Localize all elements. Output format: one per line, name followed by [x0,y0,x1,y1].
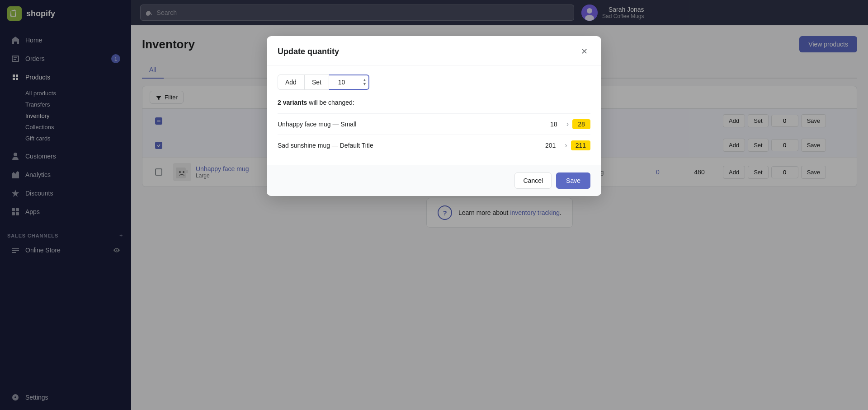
variant-old-qty: 18 [539,121,557,128]
variant-name: Unhappy face mug — Small [278,121,539,128]
variants-info: 2 variants will be changed: [278,99,590,106]
variant-old-qty: 201 [538,142,556,149]
save-button[interactable]: Save [556,172,590,189]
modal-close-button[interactable]: ✕ [578,45,590,58]
arrow-right-icon: › [565,141,567,149]
cancel-button[interactable]: Cancel [514,172,552,189]
qty-controls: Add Set ▲ ▼ [278,75,590,90]
will-be-changed-text: will be changed: [307,99,354,106]
variant-row-1: Unhappy face mug — Small 18 › 28 [278,113,590,135]
qty-input-wrap: ▲ ▼ [329,75,369,90]
modal-title: Update quantity [278,47,339,56]
variant-row-2: Sad sunshine mug — Default Title 201 › 2… [278,135,590,156]
qty-spinners: ▲ ▼ [361,77,368,87]
qty-set-tab[interactable]: Set [304,75,329,90]
arrow-right-icon: › [566,120,569,128]
qty-down-icon[interactable]: ▼ [363,82,367,86]
qty-add-tab[interactable]: Add [278,75,304,90]
modal-overlay[interactable]: Update quantity ✕ Add Set ▲ ▼ 2 variants… [0,0,868,410]
variants-bold: 2 variants [278,99,307,106]
qty-number-input[interactable] [329,75,361,89]
variant-new-qty: 28 [572,119,590,129]
variant-name: Sad sunshine mug — Default Title [278,142,538,149]
variant-new-qty: 211 [571,140,590,150]
update-quantity-modal: Update quantity ✕ Add Set ▲ ▼ 2 variants… [267,36,601,196]
modal-footer: Cancel Save [267,165,601,196]
modal-header: Update quantity ✕ [267,36,601,65]
modal-body: Add Set ▲ ▼ 2 variants will be changed: … [267,65,601,165]
